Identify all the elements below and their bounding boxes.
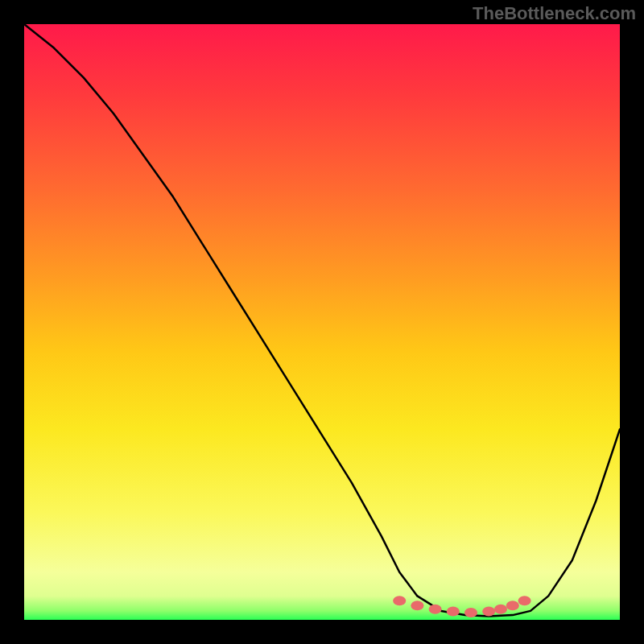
optimal-marker xyxy=(482,607,495,617)
optimal-marker xyxy=(411,601,423,610)
optimal-marker xyxy=(506,601,519,610)
optimal-marker xyxy=(447,607,460,617)
optimal-marker xyxy=(464,608,477,617)
chart-frame: TheBottleneck.com xyxy=(0,0,644,644)
optimal-marker xyxy=(429,605,442,614)
chart-svg xyxy=(24,24,620,620)
optimal-marker xyxy=(494,605,507,614)
bottleneck-curve xyxy=(24,24,620,617)
optimal-marker xyxy=(393,596,406,605)
optimal-marker xyxy=(518,596,531,605)
watermark-text: TheBottleneck.com xyxy=(473,3,636,24)
